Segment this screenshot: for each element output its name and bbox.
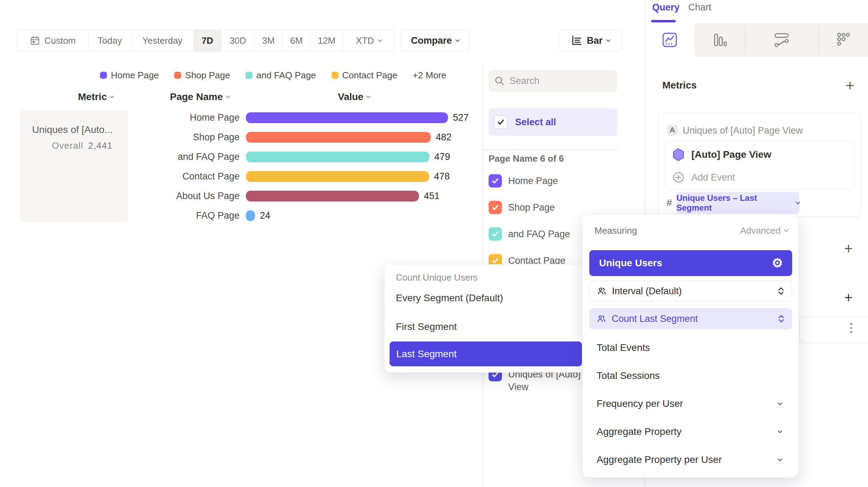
chevron-down-icon xyxy=(366,94,371,98)
add-filter-button[interactable]: + xyxy=(844,241,853,256)
measuring-option-aggregate-property[interactable]: Aggregate Property xyxy=(597,425,792,439)
select-all-checkbox[interactable] xyxy=(494,115,507,129)
date-range-yesterday[interactable]: Yesterday xyxy=(131,30,194,51)
measuring-option-unique-users[interactable]: Unique Users ⚙ xyxy=(589,250,792,276)
bar-chart-icon xyxy=(571,35,583,46)
insights-chart-icon xyxy=(662,32,678,48)
bar-value: 451 xyxy=(424,191,440,202)
chart-type-tab-retention-grid[interactable] xyxy=(835,32,851,48)
date-range-3m[interactable]: 3M xyxy=(255,30,283,51)
chart-type-button[interactable]: Bar xyxy=(558,30,622,51)
chevron-down-icon xyxy=(778,457,782,461)
measuring-dropdown: Measuring Advanced Unique Users ⚙ Interv… xyxy=(582,214,799,478)
legend-more[interactable]: +2 More xyxy=(413,70,446,81)
chart-type-tab-flow-chart[interactable] xyxy=(774,32,790,48)
filter-item[interactable]: Home Page xyxy=(489,174,558,188)
checkbox-checked[interactable] xyxy=(489,201,502,214)
measurement-pill[interactable]: Unique Users – Last Segment xyxy=(676,192,799,214)
bar[interactable] xyxy=(246,112,448,123)
measuring-option-total-events[interactable]: Total Events xyxy=(597,341,792,355)
gear-icon[interactable]: ⚙ xyxy=(772,257,783,269)
chevron-down-icon xyxy=(110,94,114,98)
chevron-down-icon xyxy=(455,37,460,42)
bar-row-label: Contact Page xyxy=(0,171,240,182)
date-range-label: Custom xyxy=(44,35,76,46)
search-input[interactable] xyxy=(510,76,600,86)
date-range-12m[interactable]: 12M xyxy=(311,30,343,51)
measuring-option-frequency-per-user[interactable]: Frequency per User xyxy=(597,397,792,411)
up-down-expander-icon[interactable] xyxy=(777,287,785,296)
date-range-6m[interactable]: 6M xyxy=(283,30,311,51)
measuring-option-label: Total Events xyxy=(597,342,782,353)
chart-type-tab-insights-chart[interactable] xyxy=(662,32,678,48)
measuring-option-aggregate-property-per-user[interactable]: Aggregate Property per User xyxy=(597,453,792,467)
column-header-metric[interactable]: Metric xyxy=(78,91,113,103)
legend-item[interactable]: Shop Page xyxy=(174,70,230,81)
chevron-down-icon xyxy=(378,37,382,42)
compare-button[interactable]: Compare xyxy=(401,30,469,51)
bar[interactable] xyxy=(246,151,429,162)
up-down-expander-icon[interactable] xyxy=(777,314,785,323)
segment-option[interactable]: First Segment xyxy=(396,320,457,333)
metrics-header: Metrics xyxy=(662,80,697,91)
measuring-option-total-sessions[interactable]: Total Sessions xyxy=(597,369,792,383)
event-row[interactable]: [Auto] Page View xyxy=(673,146,771,163)
chevron-down-icon xyxy=(226,94,230,98)
table-row: and FAQ Page479 xyxy=(0,147,483,167)
metric-badge: A xyxy=(667,125,678,135)
bar[interactable] xyxy=(246,191,419,202)
date-range-control[interactable]: CustomTodayYesterday7D30D3M6M12MXTD xyxy=(17,30,394,51)
bar[interactable] xyxy=(246,132,431,143)
chart-type-tab-bar-chart[interactable] xyxy=(712,32,728,48)
measuring-option-label: Total Sessions xyxy=(597,370,782,381)
advanced-toggle[interactable]: Advanced xyxy=(740,225,788,236)
date-range-custom[interactable]: Custom xyxy=(17,30,88,51)
date-range-label: 12M xyxy=(318,35,336,46)
search-input-wrap[interactable] xyxy=(489,70,617,92)
add-event-row[interactable]: Add Event xyxy=(673,169,735,186)
checkbox-checked[interactable] xyxy=(489,227,502,241)
tab-chart[interactable]: Chart xyxy=(688,2,711,13)
legend-item[interactable]: Home Page xyxy=(100,70,159,81)
segment-option[interactable]: Every Segment (Default) xyxy=(396,292,503,304)
legend-swatch xyxy=(332,72,339,79)
filter-item[interactable]: and FAQ Page xyxy=(489,227,570,241)
bar-value: 24 xyxy=(260,210,270,221)
hash-icon: # xyxy=(667,197,672,209)
people-icon xyxy=(597,287,606,296)
bar[interactable] xyxy=(246,210,255,221)
kebab-menu-icon[interactable] xyxy=(850,323,852,333)
date-range-30d[interactable]: 30D xyxy=(221,30,255,51)
date-range-7d[interactable]: 7D xyxy=(194,30,221,51)
segment-option-selected[interactable]: Last Segment xyxy=(390,341,582,366)
bar-value: 478 xyxy=(434,171,450,182)
date-range-xtd[interactable]: XTD xyxy=(343,30,394,51)
date-range-label: XTD xyxy=(356,35,374,46)
filter-item[interactable]: Shop Page xyxy=(489,201,555,214)
chart-type-label: Bar xyxy=(587,35,603,46)
measuring-option-interval-default-[interactable]: Interval (Default) xyxy=(589,281,792,302)
chart-legend: Home PageShop Pageand FAQ PageContact Pa… xyxy=(100,70,446,80)
flow-chart-icon xyxy=(774,32,790,48)
measuring-title: Measuring xyxy=(595,225,637,236)
select-all-row[interactable]: Select all xyxy=(489,108,617,136)
date-range-label: 6M xyxy=(290,35,303,46)
measuring-option-count-last-segment[interactable]: Count Last Segment xyxy=(589,308,792,329)
add-metric-button[interactable]: + xyxy=(846,78,854,93)
metric-card: A Uniques of [Auto] Page View [Auto] Pag… xyxy=(658,113,861,217)
add-breakdown-button[interactable]: + xyxy=(844,290,853,305)
legend-item[interactable]: Contact Page xyxy=(332,70,398,81)
measuring-option-label: Aggregate Property xyxy=(597,426,778,437)
legend-swatch xyxy=(246,72,252,79)
tab-query[interactable]: Query xyxy=(652,2,680,13)
date-range-today[interactable]: Today xyxy=(88,30,131,51)
legend-item[interactable]: and FAQ Page xyxy=(246,70,316,81)
checkbox-checked[interactable] xyxy=(489,174,502,188)
filter-item-label: Shop Page xyxy=(508,201,555,214)
people-icon xyxy=(597,314,606,323)
table-row: FAQ Page24 xyxy=(0,206,483,225)
column-header-page-name[interactable]: Page Name xyxy=(170,91,229,103)
bar[interactable] xyxy=(246,171,429,182)
legend-label: Shop Page xyxy=(185,70,230,81)
column-header-value[interactable]: Value xyxy=(338,91,370,103)
